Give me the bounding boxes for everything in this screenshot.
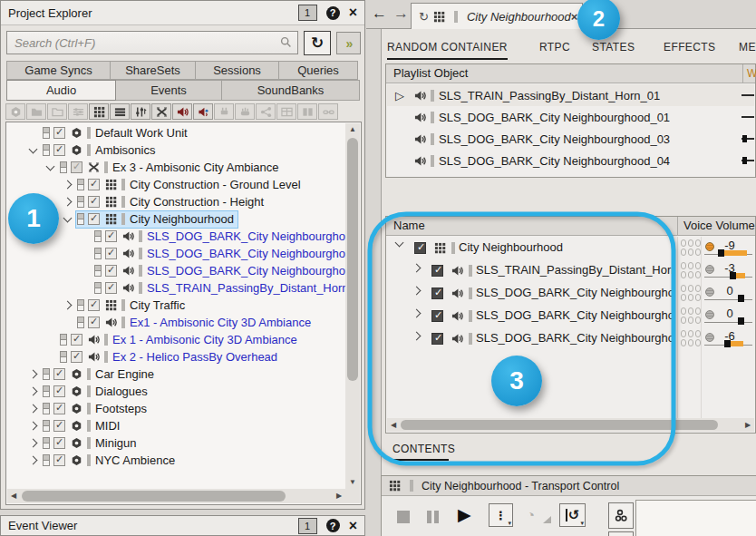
include-checkbox[interactable] — [105, 282, 117, 294]
tab-events[interactable]: Events — [115, 80, 222, 101]
include-checkbox[interactable] — [431, 310, 443, 322]
volume-slider-track[interactable] — [704, 322, 752, 323]
play-button[interactable]: ▶ — [458, 504, 471, 525]
tree-item[interactable]: NYC Ambience — [7, 452, 345, 469]
display-mode-icon[interactable] — [94, 282, 102, 294]
vertical-scroll-thumb[interactable] — [347, 138, 358, 381]
expand-icon[interactable] — [24, 457, 42, 463]
include-checkbox[interactable] — [414, 242, 426, 254]
display-mode-icon[interactable] — [43, 437, 50, 449]
playlist-row[interactable]: SLS_DOG_BARK_City Neighbourghood_04 — [387, 150, 754, 171]
include-checkbox[interactable] — [88, 299, 100, 311]
voice-volume-column-header[interactable]: Voice Volume — [683, 219, 755, 232]
tab-audio[interactable]: Audio — [6, 80, 116, 101]
vertical-scrollbar[interactable]: ▲ ▼ — [345, 123, 360, 489]
tree-item[interactable]: Ex1 - Ambisonic City 3D Ambiance — [7, 314, 345, 331]
tree-item-line[interactable]: City Construction - Height — [76, 194, 267, 210]
list-toolbar-button[interactable] — [110, 103, 130, 120]
contents-row[interactable]: SLS_TRAIN_PassingBy_Distant_Horn_01-3 — [387, 259, 754, 282]
tree-item[interactable]: City Construction - Ground Level — [7, 176, 345, 193]
nav-back-icon[interactable]: ← — [372, 5, 387, 23]
contents-row[interactable]: SLS_DOG_BARK_City Neighbourghood_040 — [387, 282, 754, 305]
include-checkbox[interactable] — [105, 248, 117, 259]
volume-slider-thumb[interactable] — [730, 272, 736, 279]
tree-item[interactable]: Ex 2 - Helico PassBy Overhead — [7, 348, 345, 365]
state-pill[interactable] — [681, 285, 686, 292]
close-tab-icon[interactable]: × — [571, 10, 578, 24]
tree-item[interactable]: SLS_DOG_BARK_City Neighbourghood_03 — [7, 245, 345, 262]
tree-item-line[interactable]: SLS_TRAIN_PassingBy_Distant_Horn_01 — [93, 280, 345, 297]
state-pill[interactable] — [681, 339, 686, 346]
folder-toolbar-button[interactable] — [26, 103, 46, 120]
tree-item-line[interactable]: Car Engine — [42, 366, 158, 383]
tree-item[interactable]: SLS_TRAIN_PassingBy_Distant_Horn_01 — [7, 279, 345, 297]
pause-button[interactable] — [427, 511, 439, 523]
sound-toolbar-button[interactable] — [172, 103, 192, 120]
state-pill[interactable] — [688, 339, 693, 346]
game-syncs-button[interactable] — [608, 502, 634, 529]
weight-column-header[interactable]: W — [747, 67, 756, 80]
include-checkbox[interactable] — [105, 265, 117, 277]
tree-item[interactable]: Ex 1 - Ambisonic City 3D Ambiance — [7, 331, 345, 348]
contents-row[interactable]: SLS_DOG_BARK_City Neighbourghood_030 — [387, 305, 754, 327]
state-pill[interactable] — [688, 317, 693, 324]
include-checkbox[interactable] — [431, 287, 443, 299]
expand-icon[interactable] — [24, 371, 42, 377]
expand-icon[interactable] — [408, 333, 425, 339]
include-checkbox[interactable] — [53, 385, 65, 397]
volume-slider-thumb[interactable] — [738, 317, 744, 325]
expand-icon[interactable] — [59, 199, 76, 205]
scroll-down-arrow[interactable]: ▼ — [345, 476, 360, 489]
tab-met[interactable]: MET — [739, 41, 756, 54]
display-mode-icon[interactable] — [94, 230, 102, 242]
tree-item[interactable]: SLS_DOG_BARK_City Neighbourghood_04 — [7, 262, 345, 279]
display-mode-icon[interactable] — [77, 196, 84, 208]
state-pill[interactable] — [688, 271, 693, 278]
collapse-icon[interactable] — [391, 242, 408, 246]
include-checkbox[interactable] — [53, 127, 65, 139]
tree-item[interactable]: Ambisonics — [7, 141, 345, 159]
tree-item[interactable]: SLS_DOG_BARK_City Neighbourghood_01 — [7, 228, 345, 245]
include-checkbox[interactable] — [431, 265, 443, 277]
display-mode-icon[interactable] — [60, 161, 67, 173]
state-pill[interactable] — [681, 330, 686, 337]
expand-search-button[interactable]: » — [336, 32, 361, 54]
include-checkbox[interactable] — [53, 368, 65, 380]
horizontal-scrollbar[interactable]: ◀ ▶ — [387, 418, 754, 432]
link-toolbar-button[interactable] — [318, 103, 338, 120]
fader-toolbar-button[interactable] — [131, 103, 150, 120]
display-mode-icon[interactable] — [43, 127, 50, 139]
tree-item-line[interactable]: Default Work Unit — [42, 125, 191, 141]
display-mode-icon[interactable] — [60, 351, 67, 363]
contents-row[interactable]: SLS_DOG_BARK_City Neighbourghood_01-6 — [387, 327, 754, 350]
tree-item-line[interactable]: SLS_DOG_BARK_City Neighbourghood_01 — [93, 229, 345, 245]
crossfade-toolbar-button[interactable] — [151, 103, 171, 120]
folder-open-toolbar-button[interactable] — [47, 103, 67, 120]
tab-sharesets[interactable]: ShareSets — [110, 61, 196, 80]
display-mode-icon[interactable] — [43, 420, 50, 432]
tree-item[interactable]: Default Work Unit — [7, 124, 345, 141]
include-checkbox[interactable] — [53, 454, 65, 466]
tree-item-line[interactable]: Minigun — [42, 435, 141, 452]
secondary-button-partial[interactable] — [608, 531, 634, 536]
playlist-column-header[interactable]: Playlist Object — [393, 66, 468, 80]
expand-icon[interactable] — [408, 287, 425, 294]
state-pill[interactable] — [681, 239, 686, 247]
volume-slider-thumb[interactable] — [718, 249, 724, 257]
tree-item-line[interactable]: Dialogues — [42, 384, 151, 400]
tree-item-line[interactable]: Ex 3 - Ambisonic City Ambiance — [59, 160, 283, 176]
tree-item[interactable]: Dialogues — [7, 383, 345, 400]
tree-item[interactable]: City Traffic — [7, 297, 345, 314]
state-pill[interactable] — [695, 339, 701, 346]
grid-toolbar-button[interactable] — [89, 103, 109, 120]
tree-item[interactable]: Footsteps — [7, 400, 345, 417]
tree-item[interactable]: City Neighbourhood — [7, 210, 345, 228]
include-checkbox[interactable] — [88, 317, 100, 328]
horizontal-scroll-thumb[interactable] — [401, 420, 718, 430]
state-pill[interactable] — [681, 307, 686, 315]
hand-toolbar-button[interactable] — [235, 103, 255, 120]
voice-toolbar-button[interactable] — [193, 103, 213, 120]
tree-item-line[interactable]: SLS_DOG_BARK_City Neighbourghood_03 — [93, 246, 345, 262]
tree-item-line[interactable]: City Neighbourhood — [76, 211, 237, 228]
playlist-row[interactable]: SLS_DOG_BARK_City Neighbourghood_03 — [387, 128, 754, 150]
